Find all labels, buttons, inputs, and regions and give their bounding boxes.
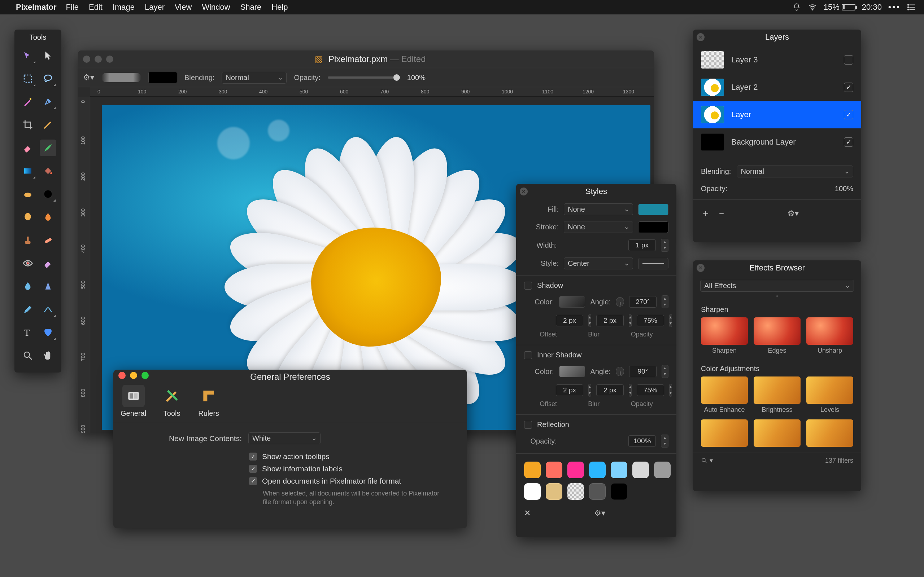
tool-paint-bucket[interactable] [40, 163, 56, 179]
shadow-blur-stepper[interactable]: ▴▾ [629, 314, 632, 327]
tool-heal[interactable] [40, 232, 56, 248]
effect-item[interactable]: Auto Enhance [701, 377, 748, 414]
effect-item[interactable] [806, 419, 853, 449]
status-overflow-icon[interactable]: ••• [888, 3, 901, 12]
layer-thumbnail[interactable] [701, 79, 724, 96]
status-wifi-icon[interactable] [808, 3, 817, 12]
style-preset-swatch[interactable] [567, 462, 584, 478]
window-minimize-button[interactable] [95, 56, 102, 63]
tool-color-wheel[interactable] [40, 186, 56, 202]
inner-shadow-checkbox[interactable] [524, 351, 532, 359]
tool-eraser[interactable] [19, 140, 36, 156]
menu-view[interactable]: View [175, 3, 192, 12]
tool-redeye[interactable] [19, 255, 36, 272]
tool-text[interactable]: T [19, 324, 36, 341]
inner-angle-dial[interactable] [616, 367, 624, 376]
window-close-button[interactable] [83, 56, 90, 63]
inner-offset-stepper[interactable]: ▴▾ [588, 384, 591, 397]
layers-add-button[interactable]: ＋ [701, 207, 710, 220]
fill-dropdown[interactable]: None [564, 203, 633, 215]
shadow-offset-input[interactable] [556, 315, 583, 326]
reflection-opacity-stepper[interactable]: ▴▾ [661, 435, 669, 448]
shadow-angle-stepper[interactable]: ▴▾ [662, 295, 669, 308]
stroke-dropdown[interactable]: None [564, 221, 633, 233]
style-preset-swatch[interactable] [632, 462, 649, 478]
shadow-blur-input[interactable] [596, 315, 624, 326]
effect-item[interactable]: Sharpen [701, 318, 748, 355]
stroke-width-stepper[interactable]: ▴▾ [661, 239, 669, 252]
styles-remove-button[interactable]: ✕ [524, 508, 531, 518]
style-preset-swatch[interactable] [524, 462, 541, 478]
menu-file[interactable]: File [66, 3, 79, 12]
tool-arrow-select[interactable] [40, 47, 56, 64]
stroke-color-swatch[interactable] [638, 221, 669, 233]
document-titlebar[interactable]: ▧ Pixelmator.pxm — Edited [78, 50, 654, 68]
style-preset-swatch[interactable] [567, 483, 584, 500]
tool-shape[interactable] [40, 324, 56, 341]
layer-visibility-checkbox[interactable] [844, 137, 853, 147]
style-preset-swatch[interactable] [589, 483, 606, 500]
style-preset-swatch[interactable] [654, 462, 670, 478]
effect-item[interactable]: Edges [754, 318, 801, 355]
stroke-style-dropdown[interactable]: Center [564, 258, 633, 269]
prefs-check-tooltips[interactable]: Show action tooltips [249, 452, 454, 461]
style-preset-swatch[interactable] [546, 462, 562, 478]
tool-clone-stamp[interactable] [19, 232, 36, 248]
inner-blur-stepper[interactable]: ▴▾ [629, 384, 632, 397]
menu-share[interactable]: Share [241, 3, 262, 12]
color-swatch[interactable] [149, 72, 177, 83]
ruler-vertical[interactable]: 0100200300400500600700800900 [78, 97, 90, 433]
tool-zoom[interactable] [19, 347, 36, 364]
inner-angle-input[interactable] [629, 366, 657, 377]
effect-item[interactable] [754, 419, 801, 449]
stroke-line-style[interactable] [638, 258, 669, 269]
style-preset-swatch[interactable] [524, 483, 541, 500]
prefs-tab-tools[interactable]: Tools [161, 385, 183, 417]
fill-color-swatch[interactable] [638, 204, 669, 215]
tool-sharpen[interactable] [40, 278, 56, 295]
tool-warp[interactable] [40, 301, 56, 318]
style-preset-swatch[interactable] [611, 462, 627, 478]
effect-item[interactable] [701, 419, 748, 449]
style-preset-swatch[interactable] [611, 483, 627, 500]
shadow-opacity-stepper[interactable]: ▴▾ [669, 314, 672, 327]
effect-item[interactable]: Unsharp [806, 318, 853, 355]
reflection-checkbox[interactable] [524, 421, 532, 429]
status-battery[interactable]: 15% [824, 3, 855, 12]
tool-lasso[interactable] [40, 70, 56, 87]
menu-layer[interactable]: Layer [145, 3, 165, 12]
inner-color-swatch[interactable] [559, 366, 585, 377]
layers-settings-button[interactable]: ⚙︎▾ [788, 209, 799, 218]
ruler-horizontal[interactable]: 0100200300400500600700800900100011001200… [90, 87, 654, 97]
shadow-checkbox[interactable] [524, 282, 532, 290]
style-preset-swatch[interactable] [546, 483, 562, 500]
layer-row[interactable]: Layer [693, 101, 861, 128]
opacity-slider[interactable] [328, 76, 400, 79]
document-proxy-icon[interactable]: ▧ [315, 54, 323, 64]
inner-blur-input[interactable] [596, 384, 624, 396]
menu-window[interactable]: Window [202, 3, 230, 12]
layer-row[interactable]: Layer 2 [693, 74, 861, 101]
tool-hand[interactable] [40, 347, 56, 364]
inner-opacity-stepper[interactable]: ▴▾ [669, 384, 672, 397]
app-menu[interactable]: Pixelmator [16, 3, 57, 12]
blending-dropdown[interactable]: Normal [221, 72, 287, 84]
styles-settings-button[interactable]: ⚙︎▾ [594, 508, 605, 518]
tool-marquee[interactable] [19, 70, 36, 87]
tool-brush[interactable] [40, 140, 56, 156]
prefs-tab-general[interactable]: General [121, 385, 146, 417]
tool-move[interactable] [19, 47, 36, 64]
styles-close-button[interactable]: ✕ [520, 187, 528, 195]
menu-edit[interactable]: Edit [89, 3, 102, 12]
layer-thumbnail[interactable] [701, 51, 724, 69]
inner-angle-stepper[interactable]: ▴▾ [662, 365, 669, 378]
toolbar-settings-icon[interactable]: ⚙︎▾ [83, 73, 94, 82]
layer-thumbnail[interactable] [701, 134, 724, 151]
effect-item[interactable]: Levels [806, 377, 853, 414]
menu-image[interactable]: Image [113, 3, 135, 12]
status-list-icon[interactable] [908, 3, 917, 12]
status-notification-icon[interactable] [792, 3, 801, 12]
inner-opacity-input[interactable] [637, 384, 664, 396]
layer-row[interactable]: Layer 3 [693, 46, 861, 74]
tool-sponge[interactable] [19, 209, 36, 226]
